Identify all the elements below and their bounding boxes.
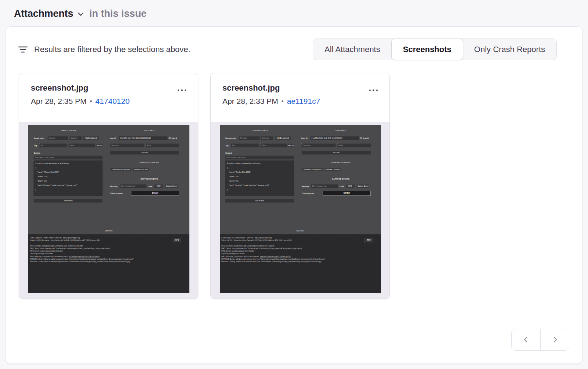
thumb-capture-event-button: Capture Event [165, 184, 178, 188]
thumb-context-code-editor: # custom context expressed as a dictiona… [225, 160, 294, 196]
thumb-set-user-button: Set User [110, 151, 179, 155]
thumb-level-label: Level: [340, 184, 345, 189]
page-header: Attachments in this issue [14, 5, 146, 22]
thumb-user-id-label: User ID: [301, 136, 308, 140]
console-event-id: 1433ad9e-dcbe-486a-7e42-7415887e4fa6 [69, 255, 100, 257]
attachment-thumbnail[interactable]: ENRICH EVENTS USER INFO Breadcrumb: Mess… [28, 125, 189, 293]
thumb-gdscript-error-button: Generate GDScript error [110, 168, 132, 172]
card-header: screenshot.jpg Apr 28, 2:33 PM • ae1191c… [211, 73, 389, 122]
console-line [30, 242, 188, 244]
console-processing-prefix: INFO: [example_configuration.gd] Process… [221, 255, 260, 257]
thumb-infer-ip-checkbox [360, 137, 363, 139]
console-line-processing-event: INFO: [example_configuration.gd] Process… [30, 255, 188, 257]
ellipsis-icon [178, 89, 186, 91]
code-line: "boost": true, [36, 179, 101, 183]
page-subtitle: in this issue [89, 8, 146, 19]
thumb-breadcrumb-category-input: Category [69, 136, 82, 140]
thumb-tag-label: Tag: [225, 144, 229, 148]
console-line: INFO: [example_configuration.gd] Configu… [221, 244, 380, 247]
event-id-link[interactable]: ae1191c7 [287, 97, 320, 106]
attachment-thumbnail[interactable]: ENRICH EVENTS USER INFO Breadcrumb: Mess… [220, 125, 381, 293]
thumb-section-generate-errors: GENERATE ERRORS [109, 161, 189, 164]
card-menu-button[interactable] [177, 83, 187, 97]
tab-all-attachments[interactable]: All Attachments [313, 39, 392, 60]
thumb-section-user-info: USER INFO [301, 129, 381, 132]
thumb-username-input: Username [110, 143, 144, 147]
thumb-context-label: Context [34, 151, 40, 155]
chevron-down-icon[interactable] [77, 10, 85, 18]
console-processing-prefix: INFO: [example_configuration.gd] Process… [30, 255, 69, 257]
filter-message: Results are filtered by the selections a… [34, 45, 190, 54]
event-id-link[interactable]: 41740120 [95, 97, 130, 106]
thumb-message-label: Message: [110, 184, 118, 189]
meta-separator: • [90, 98, 92, 105]
thumb-breadcrumb-message-input: Message [47, 136, 68, 140]
card-meta: screenshot.jpg Apr 28, 2:35 PM • 4174012… [31, 83, 130, 122]
attachment-date: Apr 28, 2:33 PM [222, 97, 278, 106]
thumb-app-ui: ENRICH EVENTS USER INFO Breadcrumb: Mess… [220, 125, 381, 293]
console-line [221, 242, 380, 244]
card-menu-button[interactable] [369, 83, 379, 97]
thumb-tag-key-input: Key [231, 143, 259, 147]
console-event-id: 8aebdeb5-8afa-4ba9-a367-291ad1fe1025 [260, 255, 291, 257]
console-info-badge: INFO [173, 238, 181, 242]
attachment-meta-row: Apr 28, 2:33 PM • ae1191c7 [222, 97, 320, 106]
filter-note: Results are filtered by the selections a… [18, 45, 190, 54]
code-line: # custom context expressed as a dictiona… [36, 161, 101, 166]
thumb-app-ui: ENRICH EVENTS USER INFO Breadcrumb: Mess… [28, 125, 189, 293]
code-line: "speed": 100, [36, 175, 101, 179]
thumb-capture-event-button: Capture Event [356, 184, 370, 188]
code-line: } [36, 188, 101, 192]
thumb-tag-label: Tag: [34, 144, 37, 148]
thumb-section-enrich-events: ENRICH EVENTS [28, 129, 109, 132]
code-line: "speed": 100, [227, 175, 293, 179]
thumb-crash-label: Crash program: [302, 191, 315, 196]
thumb-email-input: Email [337, 143, 371, 147]
thumb-tag-key-input: Key [39, 143, 68, 147]
attachment-date: Apr 28, 2:35 PM [31, 97, 87, 106]
tab-screenshots[interactable]: Screenshots [391, 39, 463, 60]
thumb-add-context-button: Add context [225, 199, 294, 203]
attachment-type-tabs: All Attachments Screenshots Only Crash R… [313, 39, 557, 60]
thumb-cpp-error-button: Generate C++ error [133, 168, 149, 172]
code-line: { [36, 166, 101, 170]
console-line: Capturing message from thread [221, 252, 380, 255]
attachment-card: screenshot.jpg Apr 28, 2:33 PM • ae1191c… [210, 73, 390, 299]
thumb-add-context-button: Add context [33, 199, 103, 203]
thumb-infer-ip-label: Infer IP [363, 136, 369, 140]
thumb-add-tag-button: Add Tag [96, 143, 103, 147]
filter-icon [18, 45, 28, 54]
attachment-meta-row: Apr 28, 2:35 PM • 41740120 [31, 97, 130, 106]
thumb-infer-ip-checkbox [169, 137, 171, 139]
thumb-output-console: Godot Engine v4.3.stable.official.77dcf9… [28, 234, 189, 293]
console-line: Godot Engine v4.3.stable.official.77dcf9… [30, 237, 188, 239]
thumb-tag-value-input: Value [260, 143, 287, 147]
pagination [511, 329, 569, 351]
thumb-tag-value-input: Value [69, 143, 95, 147]
attachment-card-list: screenshot.jpg Apr 28, 2:35 PM • 4174012… [19, 73, 390, 299]
console-line: Vulkan 1.4.303 - Forward+ - Using Device… [221, 239, 380, 242]
thumb-gdscript-error-button: Generate GDScript error [302, 168, 323, 172]
filter-row: Results are filtered by the selections a… [18, 39, 557, 60]
console-line: WARNING: Sentry: failed to read envelope… [30, 258, 188, 260]
console-line: INFO: [example_configuration.gd] Configu… [30, 244, 188, 247]
tab-only-crash-reports[interactable]: Only Crash Reports [463, 39, 556, 60]
thumb-section-capture-events: CAPTURE EVENTS [109, 178, 189, 180]
console-line: Godot Engine v4.3.stable.official.77dcf9… [221, 237, 380, 239]
thumb-context-code-editor: # custom context expressed as a dictiona… [33, 160, 103, 196]
console-line: INFO: Sentry: using database path "/home… [30, 247, 188, 250]
thumb-message-input: Enter message text [311, 184, 338, 188]
next-page-button[interactable] [540, 329, 569, 350]
thumb-context-name-input: Enter name for the context [33, 156, 103, 160]
thumb-message-input: Enter message text [119, 184, 146, 188]
thumb-crash-button: CRASH! [323, 191, 371, 196]
attachment-card: screenshot.jpg Apr 28, 2:35 PM • 4174012… [19, 73, 198, 299]
thumb-crash-label: Crash program: [110, 191, 123, 196]
code-line: "parts": ["engine", "rocket_launcher", "… [36, 183, 101, 188]
thumb-email-input: Email [146, 143, 179, 147]
prev-page-button[interactable] [512, 329, 540, 350]
thumb-breadcrumb-category-input: Category [261, 136, 273, 140]
code-line: { [227, 166, 293, 170]
thumb-section-generate-errors: GENERATE ERRORS [301, 161, 381, 164]
thumb-output-console: Godot Engine v4.3.stable.official.77dcf9… [220, 234, 381, 293]
